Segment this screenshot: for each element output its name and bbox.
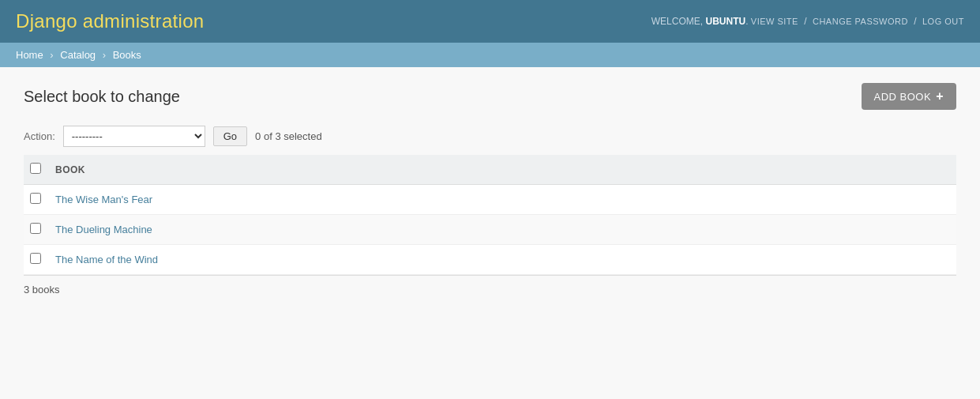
book-title-link[interactable]: The Dueling Machine	[55, 224, 152, 235]
select-all-checkbox[interactable]	[30, 163, 41, 174]
row-title-cell: The Wise Man's Fear	[47, 185, 956, 215]
site-header: Django administration WELCOME, UBUNTU. V…	[0, 0, 980, 43]
row-checkbox-cell	[24, 185, 47, 215]
book-col-label: BOOK	[55, 164, 85, 175]
table-row: The Dueling Machine	[24, 215, 956, 245]
welcome-text: WELCOME,	[651, 16, 703, 27]
content-header: Select book to change ADD BOOK +	[24, 83, 956, 110]
header-book-col: BOOK	[47, 155, 956, 185]
row-checkbox[interactable]	[30, 223, 41, 234]
actions-bar: Action: --------- Go 0 of 3 selected	[24, 126, 956, 147]
breadcrumb-current: Books	[113, 49, 141, 61]
book-title-link[interactable]: The Wise Man's Fear	[55, 194, 152, 205]
action-select[interactable]: ---------	[63, 126, 205, 147]
main-content: Select book to change ADD BOOK + Action:…	[0, 67, 980, 319]
book-title-link[interactable]: The Name of the Wind	[55, 254, 158, 265]
header-checkbox-col	[24, 155, 47, 185]
page-title: Select book to change	[24, 88, 180, 106]
row-title-cell: The Name of the Wind	[47, 245, 956, 275]
breadcrumb-catalog-link[interactable]: Catalog	[60, 49, 96, 61]
user-info: WELCOME, UBUNTU. VIEW SITE / CHANGE PASS…	[651, 16, 964, 27]
result-count: 3 books	[24, 275, 956, 303]
row-checkbox-cell	[24, 215, 47, 245]
view-site-link[interactable]: VIEW SITE	[751, 17, 798, 26]
breadcrumb-home-link[interactable]: Home	[16, 49, 43, 61]
table-header-row: BOOK	[24, 155, 956, 185]
add-icon: +	[936, 89, 944, 104]
separator-1: /	[804, 16, 806, 27]
breadcrumb-separator-2: ›	[103, 49, 106, 61]
result-count-text: 3 books	[24, 284, 60, 295]
table-row: The Wise Man's Fear	[24, 185, 956, 215]
table-row: The Name of the Wind	[24, 245, 956, 275]
separator-2: /	[914, 16, 916, 27]
action-label: Action:	[24, 130, 55, 142]
row-checkbox-cell	[24, 245, 47, 275]
change-password-link[interactable]: CHANGE PASSWORD	[813, 17, 908, 26]
log-out-link[interactable]: LOG OUT	[922, 17, 964, 26]
breadcrumb-separator-1: ›	[50, 49, 53, 61]
username: UBUNTU	[705, 16, 745, 27]
books-table: BOOK The Wise Man's FearThe Dueling Mach…	[24, 155, 956, 275]
row-checkbox[interactable]	[30, 253, 41, 264]
add-book-button[interactable]: ADD BOOK +	[862, 83, 956, 110]
row-checkbox[interactable]	[30, 193, 41, 204]
selected-count: 0 of 3 selected	[255, 130, 322, 142]
table-body: The Wise Man's FearThe Dueling MachineTh…	[24, 185, 956, 275]
row-title-cell: The Dueling Machine	[47, 215, 956, 245]
add-book-label: ADD BOOK	[874, 91, 932, 103]
breadcrumb: Home › Catalog › Books	[0, 43, 980, 67]
go-button[interactable]: Go	[213, 126, 247, 146]
site-title: Django administration	[16, 10, 204, 32]
